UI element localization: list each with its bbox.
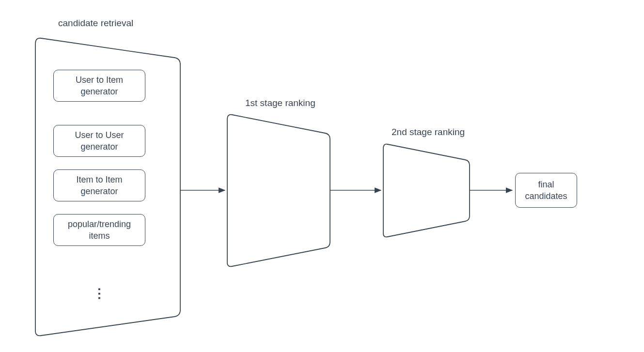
generator-popular-trending: popular/trendingitems (53, 214, 145, 246)
stage1-title: 1st stage ranking (245, 98, 315, 108)
generator-user-to-item: User to Itemgenerator (53, 70, 145, 102)
stage1-funnel (227, 115, 330, 267)
stage2-funnel (383, 144, 470, 237)
generator-item-to-item: Item to Itemgenerator (53, 169, 145, 201)
ellipsis-icon: ... (95, 288, 110, 301)
candidate-retrieval-title: candidate retrieval (58, 18, 133, 29)
generator-user-to-user: User to Usergenerator (53, 125, 145, 157)
final-candidates-box: finalcandidates (515, 173, 577, 208)
stage2-title: 2nd stage ranking (392, 127, 465, 138)
